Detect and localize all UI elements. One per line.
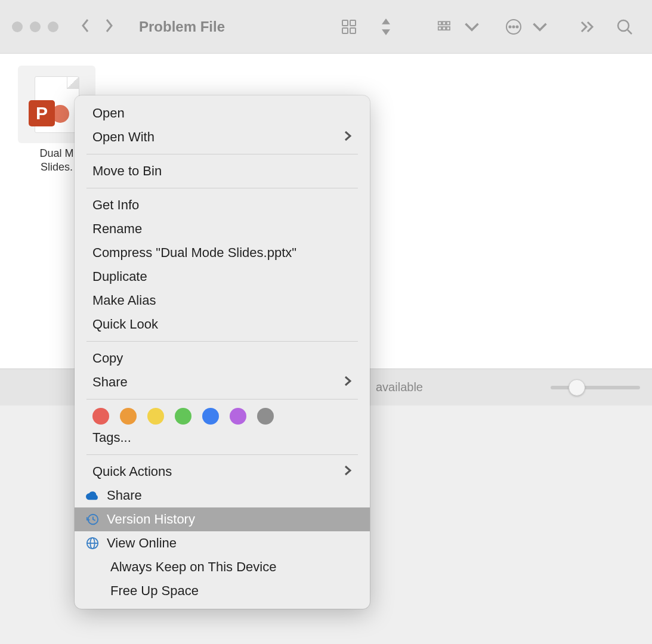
chevron-down-icon[interactable] xyxy=(463,18,480,35)
svg-marker-4 xyxy=(382,18,390,24)
minimize-window-button[interactable] xyxy=(30,21,41,32)
tag-green[interactable] xyxy=(175,408,191,425)
group-by-button[interactable] xyxy=(437,18,454,35)
overflow-button[interactable] xyxy=(579,18,596,35)
menu-onedrive-share[interactable]: Share xyxy=(75,484,370,507)
tag-blue[interactable] xyxy=(202,408,219,425)
menu-quick-look[interactable]: Quick Look xyxy=(75,312,370,336)
window-toolbar: Problem File xyxy=(0,0,652,54)
menu-divider xyxy=(86,341,358,342)
context-menu: Open Open With Move to Bin Get Info Rena… xyxy=(75,95,370,609)
forward-button[interactable] xyxy=(103,17,115,36)
menu-share[interactable]: Share xyxy=(75,370,370,394)
menu-tags[interactable]: Tags... xyxy=(75,426,370,450)
svg-point-14 xyxy=(513,26,515,27)
history-icon xyxy=(85,512,100,527)
svg-rect-0 xyxy=(342,20,348,26)
close-window-button[interactable] xyxy=(12,21,23,32)
menu-duplicate[interactable]: Duplicate xyxy=(75,265,370,289)
svg-rect-3 xyxy=(350,28,356,33)
nav-arrows xyxy=(79,17,115,36)
svg-point-16 xyxy=(618,20,629,31)
svg-rect-10 xyxy=(443,27,446,30)
tag-purple[interactable] xyxy=(230,408,246,425)
chevron-down-icon[interactable] xyxy=(532,18,548,35)
menu-divider xyxy=(86,454,358,455)
back-button[interactable] xyxy=(79,17,91,36)
status-text: available xyxy=(376,380,423,394)
traffic-lights xyxy=(12,21,58,32)
svg-rect-1 xyxy=(350,20,356,26)
menu-move-to-bin[interactable]: Move to Bin xyxy=(75,159,370,183)
menu-rename[interactable]: Rename xyxy=(75,217,370,241)
tag-red[interactable] xyxy=(92,408,109,425)
window-title: Problem File xyxy=(139,18,225,35)
tag-yellow[interactable] xyxy=(147,408,164,425)
menu-make-alias[interactable]: Make Alias xyxy=(75,289,370,312)
menu-get-info[interactable]: Get Info xyxy=(75,193,370,217)
svg-rect-8 xyxy=(447,21,450,24)
icon-size-slider[interactable] xyxy=(551,386,640,389)
menu-view-online[interactable]: View Online xyxy=(75,531,370,555)
tag-color-row xyxy=(75,404,370,426)
svg-line-17 xyxy=(628,30,632,34)
menu-version-history[interactable]: Version History xyxy=(75,507,370,531)
menu-divider xyxy=(86,399,358,400)
svg-rect-9 xyxy=(438,27,441,30)
maximize-window-button[interactable] xyxy=(48,21,58,32)
tag-orange[interactable] xyxy=(120,408,137,425)
search-button[interactable] xyxy=(616,18,633,35)
chevron-right-icon xyxy=(344,464,352,479)
menu-divider xyxy=(86,154,358,154)
menu-open[interactable]: Open xyxy=(75,101,370,125)
menu-compress[interactable]: Compress "Dual Mode Slides.pptx" xyxy=(75,241,370,265)
menu-free-up-space[interactable]: Free Up Space xyxy=(75,579,370,603)
svg-rect-6 xyxy=(438,21,441,24)
menu-open-with[interactable]: Open With xyxy=(75,125,370,149)
svg-rect-11 xyxy=(447,27,450,30)
cloud-icon xyxy=(85,488,100,503)
svg-point-13 xyxy=(509,26,511,27)
view-icons-button[interactable] xyxy=(341,18,357,35)
slider-thumb[interactable] xyxy=(568,379,585,396)
menu-copy[interactable]: Copy xyxy=(75,346,370,370)
globe-icon xyxy=(85,536,100,550)
powerpoint-badge-icon: P xyxy=(29,100,55,126)
more-actions-button[interactable] xyxy=(505,18,522,35)
menu-always-keep[interactable]: Always Keep on This Device xyxy=(75,555,370,579)
menu-divider xyxy=(86,188,358,188)
chevron-right-icon xyxy=(344,374,352,390)
svg-rect-7 xyxy=(443,21,446,24)
chevron-right-icon xyxy=(344,129,352,145)
svg-point-15 xyxy=(517,26,518,27)
view-sort-updown-icon[interactable] xyxy=(378,18,394,35)
svg-rect-2 xyxy=(342,28,348,33)
menu-quick-actions[interactable]: Quick Actions xyxy=(75,460,370,484)
svg-marker-5 xyxy=(382,29,390,35)
tag-gray[interactable] xyxy=(257,408,274,425)
